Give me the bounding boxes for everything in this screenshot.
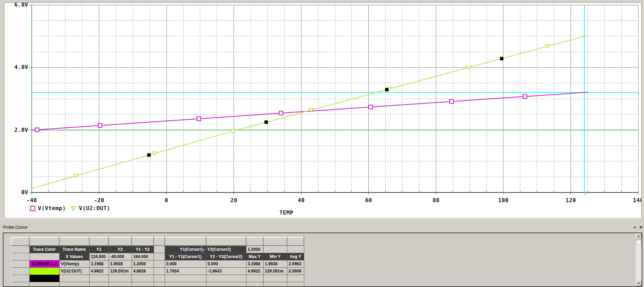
y1-value: 3.1988 xyxy=(89,260,109,267)
empty-cell xyxy=(287,275,304,282)
probe-cursor-caption-bar: Probe Cursor ▼ ✕ xyxy=(0,219,644,232)
open-square-marker xyxy=(450,100,453,103)
scrollbar-thumb[interactable] xyxy=(636,240,641,245)
probe-cursor-table: Trace Color Trace Name Y1 Y2 Y1 - Y2 Y1(… xyxy=(11,237,304,287)
empty-cell xyxy=(154,267,165,275)
cursor-diff-header: Y1(Cursor1) - Y2(Cursor2) xyxy=(165,246,246,253)
col-header-y1-diff: Y1 - Y1(Cursor1) xyxy=(165,253,206,260)
x-axis-title: TEMP xyxy=(279,209,294,216)
empty-cell xyxy=(109,275,132,282)
empty-cell xyxy=(154,275,165,282)
trace-color-swatch-green xyxy=(29,267,59,275)
x-tick-label: 40 xyxy=(298,197,305,204)
close-icon[interactable]: ✕ xyxy=(639,225,643,230)
open-square-icon[interactable] xyxy=(31,206,35,210)
open-square-marker xyxy=(279,111,283,115)
empty-cell xyxy=(154,260,165,267)
empty-cell xyxy=(154,253,165,260)
min-y-value: 1.9938 xyxy=(263,260,287,267)
plot-window: 0V2.0V4.0V6.0V-40-20020406080100120140TE… xyxy=(4,2,642,218)
empty-cell xyxy=(246,275,263,282)
scroll-up-icon[interactable]: ▲ xyxy=(636,233,642,239)
empty-header-cell xyxy=(11,237,29,246)
empty-cell xyxy=(29,282,59,287)
empty-header-cell xyxy=(246,237,263,246)
empty-cell xyxy=(263,275,287,282)
trace-V(Vtemp)[interactable] xyxy=(32,92,587,130)
x-tick-label: 20 xyxy=(231,197,237,204)
open-triangle-down-icon[interactable] xyxy=(71,207,75,210)
row-header-cell xyxy=(11,246,29,253)
col-header-y2-diff: Y2 - Y2(Cursor2) xyxy=(206,253,246,260)
col-header-max-y: Max Y xyxy=(246,253,263,260)
plot-svg[interactable]: 0V2.0V4.0V6.0V-40-20020406080100120140TE… xyxy=(4,3,641,218)
trace-color-swatch-cursor: CURSOR 1,2 xyxy=(29,260,59,267)
row-header-cell xyxy=(11,267,29,275)
x-tick-label: 120 xyxy=(565,197,576,204)
table-row: Trace Color Trace Name Y1 Y2 Y1 - Y2 Y1(… xyxy=(11,246,304,253)
trace-color-swatch-black xyxy=(29,275,59,282)
empty-cell xyxy=(206,275,246,282)
trace-V(U2:OUT)[interactable] xyxy=(32,36,587,189)
open-square-marker xyxy=(523,95,527,98)
y1-diff-value: 1.7934 xyxy=(165,267,206,275)
legend-label[interactable]: V(U2:OUT) xyxy=(79,205,110,211)
scroll-down-icon[interactable]: ▼ xyxy=(636,280,642,286)
y-tick-label: 4.0V xyxy=(14,64,28,70)
empty-cell xyxy=(154,282,165,287)
row-header-cell xyxy=(11,275,29,282)
chevron-down-icon[interactable]: ▼ xyxy=(633,226,636,229)
row-header-cell xyxy=(11,282,29,287)
empty-header-cell xyxy=(263,237,287,246)
empty-header-cell xyxy=(132,237,154,246)
empty-cell xyxy=(132,282,154,287)
open-square-marker xyxy=(35,128,39,132)
x-value-diff: 164.000 xyxy=(132,253,154,260)
x-tick-label: 80 xyxy=(432,197,439,204)
empty-cell xyxy=(59,282,89,287)
empty-cell xyxy=(29,253,59,260)
empty-header-cell xyxy=(154,237,165,246)
table-row-u2out: V(U2:OUT) 4.9922 129.591m 4.8626 1.7934 … xyxy=(11,267,304,275)
table-row: X Values 124.000 -40.000 164.000 Y1 - Y1… xyxy=(11,253,304,260)
filled-square-marker xyxy=(147,153,151,157)
empty-cell xyxy=(246,282,263,287)
col-header-avg-y: Avg Y xyxy=(287,253,304,260)
y-tick-label: 0V xyxy=(21,189,28,196)
col-header-min-y: Min Y xyxy=(263,253,287,260)
legend-label[interactable]: V(Vtemp) xyxy=(38,205,66,211)
empty-header-cell xyxy=(29,237,59,246)
table-row-vtemp: CURSOR 1,2 V(Vtemp) 3.1988 1.9938 1.2050… xyxy=(11,260,304,267)
y2-value: 1.9938 xyxy=(109,260,132,267)
table-row xyxy=(11,282,304,287)
y1-y2-value: 4.8626 xyxy=(132,267,154,275)
x-value-cursor2: -40.000 xyxy=(109,253,132,260)
x-tick-label: -40 xyxy=(27,197,37,204)
empty-header-cell xyxy=(59,237,89,246)
x-tick-label: 100 xyxy=(498,197,509,204)
empty-cell xyxy=(132,275,154,282)
trace-name-cell: V(U2:OUT) xyxy=(59,267,89,275)
avg-y-value: 2.5963 xyxy=(287,260,304,267)
open-square-marker xyxy=(197,117,201,121)
empty-cell xyxy=(165,282,206,287)
table-row xyxy=(11,275,304,282)
probe-cursor-body: Trace Color Trace Name Y1 Y2 Y1 - Y2 Y1(… xyxy=(3,232,642,287)
vertical-scrollbar[interactable]: ▲ ▼ xyxy=(636,233,642,286)
y2-value: 129.591m xyxy=(109,267,132,275)
trace-name-cell: V(Vtemp) xyxy=(59,260,89,267)
empty-cell xyxy=(154,246,165,253)
empty-cell xyxy=(165,275,206,282)
empty-header-cell xyxy=(109,237,132,246)
x-tick-label: 60 xyxy=(365,197,372,204)
x-tick-label: -20 xyxy=(94,197,104,204)
open-square-marker xyxy=(369,105,372,109)
empty-cell xyxy=(89,275,109,282)
empty-header-cell xyxy=(206,237,246,246)
filled-square-marker xyxy=(385,88,389,91)
filled-square-marker xyxy=(500,57,503,60)
empty-cell xyxy=(287,282,304,287)
col-header-y1: Y1 xyxy=(89,246,109,253)
open-square-marker xyxy=(98,123,102,127)
y2-diff-value: -1.8643 xyxy=(206,267,246,275)
